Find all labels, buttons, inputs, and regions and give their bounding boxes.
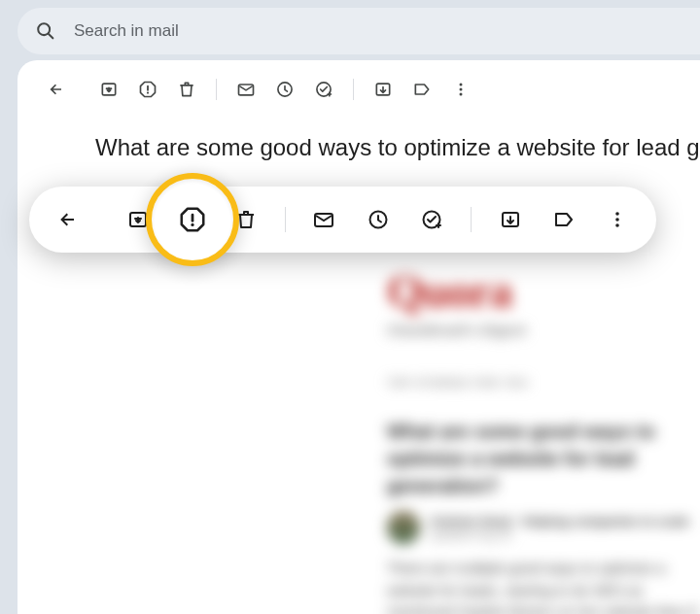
search-placeholder: Search in mail — [74, 21, 179, 41]
back-button[interactable] — [37, 70, 76, 109]
top-stories-label: TOP STORIES FOR YOU — [387, 377, 700, 389]
delete-button[interactable] — [167, 70, 206, 109]
archive-button[interactable] — [89, 70, 128, 109]
quora-logo: Quora — [387, 264, 700, 318]
label-button[interactable] — [402, 70, 441, 109]
more-button[interactable] — [595, 195, 641, 244]
report-spam-button[interactable] — [128, 70, 167, 109]
mark-unread-button[interactable] — [227, 70, 265, 109]
story-body: There are multiple good ways to optimize… — [387, 558, 700, 614]
move-to-button[interactable] — [487, 195, 533, 244]
digest-subtitle: CleanEmail's Digest — [387, 322, 700, 338]
email-subject: What are some good ways to optimize a we… — [18, 119, 700, 161]
add-task-button[interactable] — [304, 70, 343, 109]
toolbar-divider — [471, 207, 472, 232]
move-to-button[interactable] — [364, 70, 402, 109]
toolbar-divider — [285, 207, 286, 232]
back-button[interactable] — [45, 195, 90, 244]
highlight-report-spam[interactable] — [146, 173, 239, 266]
story-title: What are some good ways to optimize a we… — [387, 418, 700, 499]
search-icon — [35, 20, 56, 42]
toolbar-divider — [216, 79, 217, 100]
message-toolbar — [18, 60, 700, 119]
mark-unread-button[interactable] — [301, 195, 347, 244]
story-author: Antoine Sarat · Helping companies to sca… — [430, 514, 689, 529]
story-meta: Antoine Sarat · Helping companies to sca… — [387, 511, 700, 544]
label-button[interactable] — [541, 195, 586, 244]
report-spam-icon — [178, 205, 207, 234]
add-task-button[interactable] — [408, 195, 454, 244]
more-button[interactable] — [441, 70, 480, 109]
message-panel: What are some good ways to optimize a we… — [18, 60, 700, 614]
snooze-button[interactable] — [355, 195, 401, 244]
story-date: updated Aug 26 — [430, 529, 689, 542]
snooze-button[interactable] — [265, 70, 304, 109]
toolbar-divider — [353, 79, 354, 100]
email-body-blurred: Quora CleanEmail's Digest TOP STORIES FO… — [18, 235, 700, 614]
search-bar[interactable]: Search in mail — [18, 8, 700, 54]
avatar — [387, 511, 420, 544]
toolbar-callout — [29, 187, 656, 253]
